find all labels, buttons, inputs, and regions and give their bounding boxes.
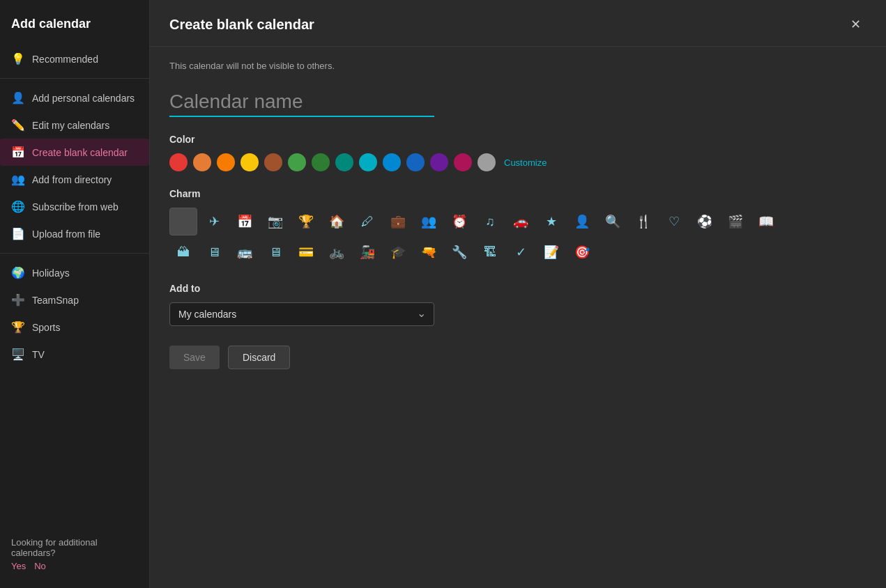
color-swatch-6[interactable]	[312, 153, 330, 171]
color-swatch-12[interactable]	[454, 153, 472, 171]
color-swatch-3[interactable]	[240, 153, 259, 171]
add-to-label: Add to	[169, 283, 866, 294]
sidebar-item-recommended[interactable]: 💡 Recommended	[0, 45, 149, 72]
sidebar-bottom-links: Yes No	[11, 561, 138, 571]
color-swatch-11[interactable]	[430, 153, 448, 171]
sidebar-item-label: Add personal calendars	[32, 93, 135, 104]
charm-item-8[interactable]: 👥	[415, 208, 443, 235]
charm-item-30[interactable]: 🏗	[476, 238, 504, 266]
upload-icon: 📄	[11, 227, 24, 240]
charm-item-4[interactable]: 🏆	[292, 208, 320, 235]
color-swatch-8[interactable]	[359, 153, 377, 171]
sidebar-item-upload-file[interactable]: 📄 Upload from file	[0, 220, 149, 247]
color-swatch-5[interactable]	[288, 153, 306, 171]
color-swatches: Customize	[169, 153, 866, 171]
charm-item-6[interactable]: 🖊	[353, 208, 381, 235]
close-button[interactable]: ✕	[845, 14, 866, 35]
calendar-select-wrapper: My calendars	[169, 302, 434, 326]
add-to-section: Add to My calendars	[169, 283, 866, 326]
charm-item-21[interactable]: 🖥	[200, 238, 228, 266]
additional-calendars-question: Looking for additional calendars?	[11, 537, 138, 558]
charm-item-26[interactable]: 🚂	[353, 238, 381, 266]
calendar-select[interactable]: My calendars	[169, 302, 434, 326]
color-swatch-10[interactable]	[406, 153, 425, 171]
sidebar-item-label: TV	[32, 349, 45, 360]
globe-icon: 🌍	[11, 266, 24, 279]
sidebar-item-subscribe-web[interactable]: 🌐 Subscribe from web	[0, 193, 149, 220]
color-swatch-7[interactable]	[335, 153, 353, 171]
web-icon: 🌐	[11, 200, 24, 213]
sidebar-item-add-personal[interactable]: 👤 Add personal calendars	[0, 84, 149, 111]
charm-item-29[interactable]: 🔧	[445, 238, 473, 266]
charm-item-5[interactable]: 🏠	[323, 208, 351, 235]
calendar-name-input[interactable]	[169, 88, 434, 117]
charm-item-2[interactable]: 📅	[231, 208, 259, 235]
sidebar-divider-2	[0, 253, 149, 254]
charm-item-0[interactable]	[169, 208, 197, 235]
customize-link[interactable]: Customize	[504, 157, 547, 168]
edit-icon: ✏️	[11, 118, 24, 132]
charm-section: Charm ✈📅📷🏆🏠🖊💼👥⏰♫🚗★👤🔍🍴♡⚽🎬📖🏔🖥🚌🖥💳🚲🚂🎓🔫🔧🏗✓📝🎯	[169, 188, 866, 266]
no-link[interactable]: No	[34, 561, 46, 571]
color-swatch-container	[169, 153, 496, 171]
sidebar-item-label: TeamSnap	[32, 295, 79, 306]
sidebar-item-label: Edit my calendars	[32, 120, 109, 131]
sidebar-bottom: Looking for additional calendars? Yes No	[0, 532, 149, 577]
color-swatch-0[interactable]	[169, 153, 188, 171]
sidebar-item-edit-my[interactable]: ✏️ Edit my calendars	[0, 111, 149, 139]
sidebar-item-label: Upload from file	[32, 229, 100, 240]
charm-item-1[interactable]: ✈	[200, 208, 228, 235]
charm-item-13[interactable]: 👤	[568, 208, 596, 235]
yes-link[interactable]: Yes	[11, 561, 26, 571]
sidebar-item-label: Holidays	[32, 268, 70, 279]
teamsnap-icon: ➕	[11, 293, 24, 307]
color-swatch-13[interactable]	[478, 153, 496, 171]
charm-item-9[interactable]: ⏰	[445, 208, 473, 235]
color-swatch-4[interactable]	[264, 153, 282, 171]
sidebar-item-label: Add from directory	[32, 174, 112, 185]
charm-item-14[interactable]: 🔍	[599, 208, 627, 235]
sidebar-item-holidays[interactable]: 🌍 Holidays	[0, 259, 149, 286]
main-panel: Create blank calendar ✕ This calendar wi…	[150, 0, 886, 588]
charm-item-25[interactable]: 🚲	[323, 238, 351, 266]
charm-item-19[interactable]: 📖	[752, 208, 780, 235]
person-icon: 👤	[11, 91, 24, 105]
sidebar-item-sports[interactable]: 🏆 Sports	[0, 314, 149, 341]
charm-item-28[interactable]: 🔫	[415, 238, 443, 266]
color-swatch-2[interactable]	[217, 153, 235, 171]
charm-item-7[interactable]: 💼	[384, 208, 412, 235]
charm-item-3[interactable]: 📷	[261, 208, 289, 235]
tv-icon: 🖥️	[11, 348, 24, 361]
charm-item-10[interactable]: ♫	[476, 208, 504, 235]
sidebar-item-label: Subscribe from web	[32, 201, 119, 212]
charm-grid: ✈📅📷🏆🏠🖊💼👥⏰♫🚗★👤🔍🍴♡⚽🎬📖🏔🖥🚌🖥💳🚲🚂🎓🔫🔧🏗✓📝🎯	[169, 208, 866, 266]
sidebar-title: Add calendar	[0, 11, 149, 45]
color-label: Color	[169, 134, 866, 145]
charm-item-15[interactable]: 🍴	[629, 208, 657, 235]
color-swatch-1[interactable]	[193, 153, 211, 171]
sidebar-item-add-directory[interactable]: 👥 Add from directory	[0, 166, 149, 193]
charm-item-11[interactable]: 🚗	[507, 208, 535, 235]
sidebar-divider-1	[0, 78, 149, 79]
charm-item-12[interactable]: ★	[537, 208, 565, 235]
sidebar-item-tv[interactable]: 🖥️ TV	[0, 341, 149, 368]
charm-item-16[interactable]: ♡	[660, 208, 688, 235]
charm-item-32[interactable]: 📝	[537, 238, 565, 266]
sidebar-item-create-blank[interactable]: 📅 Create blank calendar	[0, 139, 149, 166]
charm-item-31[interactable]: ✓	[507, 238, 535, 266]
charm-item-23[interactable]: 🖥	[261, 238, 289, 266]
charm-item-22[interactable]: 🚌	[231, 238, 259, 266]
charm-item-18[interactable]: 🎬	[721, 208, 749, 235]
charm-item-24[interactable]: 💳	[292, 238, 320, 266]
dialog-header: Create blank calendar ✕	[150, 0, 886, 47]
charm-item-27[interactable]: 🎓	[384, 238, 412, 266]
save-button[interactable]: Save	[169, 346, 220, 369]
charm-item-20[interactable]: 🏔	[169, 238, 197, 266]
color-swatch-9[interactable]	[383, 153, 401, 171]
charm-item-33[interactable]: 🎯	[568, 238, 596, 266]
sidebar-item-label: Create blank calendar	[32, 147, 128, 158]
charm-label: Charm	[169, 188, 866, 199]
discard-button[interactable]: Discard	[228, 346, 290, 369]
charm-item-17[interactable]: ⚽	[691, 208, 719, 235]
sidebar-item-teamsnap[interactable]: ➕ TeamSnap	[0, 286, 149, 314]
